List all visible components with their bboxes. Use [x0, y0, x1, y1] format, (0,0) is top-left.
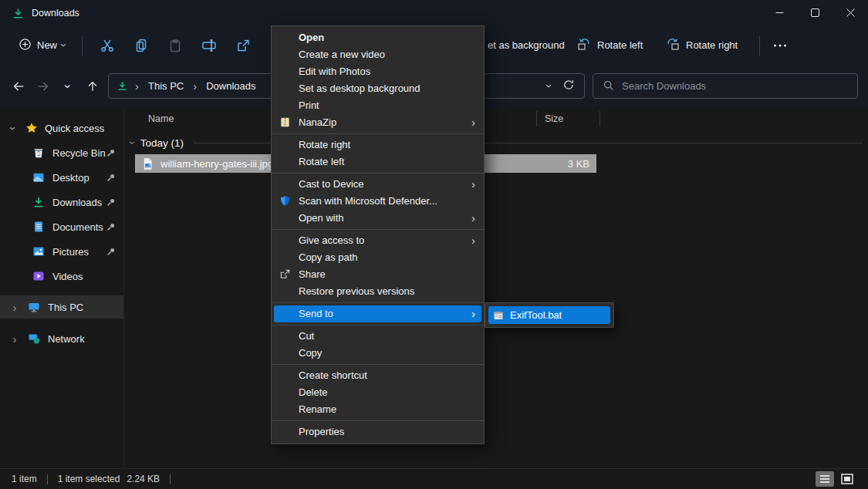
menu-item-properties[interactable]: Properties [272, 423, 484, 440]
more-options-button[interactable] [767, 25, 793, 65]
bat-file-icon [493, 310, 504, 321]
chevron-down-icon: › [62, 84, 74, 88]
thumbnail-view-icon [841, 474, 853, 484]
share-button[interactable] [226, 32, 260, 59]
downloads-folder-icon [12, 7, 24, 19]
plus-circle-icon [19, 38, 32, 53]
rotate-left-button[interactable]: Rotate left [576, 25, 643, 65]
address-dropdown-icon[interactable]: › [544, 84, 556, 88]
forward-button[interactable] [31, 74, 56, 99]
refresh-button[interactable] [562, 79, 575, 93]
menu-item-create-a-new-video[interactable]: Create a new video [272, 46, 484, 63]
group-collapse-icon[interactable]: › [127, 141, 138, 145]
group-header-today[interactable]: › Today (1) [131, 135, 863, 150]
sidebar-item-pictures[interactable]: Pictures [0, 239, 123, 264]
menu-separator [272, 302, 484, 303]
file-size: 3 KB [568, 158, 589, 170]
set-as-background-button[interactable]: et as background [488, 25, 565, 65]
minimize-button[interactable] [762, 0, 797, 25]
sidebar-item-videos[interactable]: Videos [0, 264, 123, 288]
menu-item-cut[interactable]: Cut [272, 328, 484, 345]
send-to-submenu: ExifTool.bat [485, 302, 614, 328]
chevron-down-icon[interactable]: › [8, 123, 19, 133]
details-view-button[interactable] [816, 471, 834, 487]
share-icon [235, 38, 251, 53]
nav-arrows: › [6, 65, 105, 107]
menu-separator [272, 133, 484, 134]
column-separator[interactable] [599, 111, 600, 126]
sidebar-item-label: Documents [52, 221, 103, 233]
menu-separator [272, 229, 484, 230]
menu-item-set-as-desktop-background[interactable]: Set as desktop background [272, 80, 484, 97]
menu-item-delete[interactable]: Delete [272, 384, 484, 401]
menu-item-cast-to-device[interactable]: Cast to Device› [272, 176, 484, 193]
column-separator[interactable] [536, 111, 537, 126]
breadcrumb-downloads[interactable]: Downloads [203, 79, 258, 93]
menu-item-share[interactable]: Share [272, 266, 484, 283]
menu-item-give-access-to[interactable]: Give access to› [272, 232, 484, 249]
search-box[interactable] [593, 73, 858, 99]
set-as-background-label: et as background [488, 39, 565, 51]
menu-item-rename[interactable]: Rename [272, 401, 484, 418]
search-input[interactable] [622, 80, 848, 92]
recent-locations-button[interactable]: › [56, 74, 80, 99]
maximize-button[interactable] [797, 0, 833, 25]
menu-item-open[interactable]: Open [272, 29, 484, 46]
pin-icon [106, 148, 116, 160]
recycle-bin-icon [32, 147, 45, 159]
window-title: Downloads [32, 8, 79, 19]
new-button[interactable]: New › [11, 32, 74, 59]
menu-item-rotate-right[interactable]: Rotate right [272, 137, 484, 153]
copy-button[interactable] [124, 32, 158, 59]
sidebar-item-quick-access[interactable]: › Quick access [0, 116, 123, 140]
sidebar-item-this-pc[interactable]: › This PC [0, 295, 123, 319]
paste-icon [167, 38, 183, 53]
sidebar-item-documents[interactable]: Documents [0, 214, 123, 239]
menu-item-create-shortcut[interactable]: Create shortcut [272, 367, 484, 384]
menu-item-print[interactable]: Print [272, 97, 484, 114]
menu-separator [272, 364, 484, 365]
chevron-right-icon[interactable]: › [9, 333, 20, 345]
new-button-label: New [37, 39, 57, 51]
menu-item-copy-as-path[interactable]: Copy as path [272, 249, 484, 266]
sidebar-item-desktop[interactable]: Desktop [0, 165, 123, 190]
rotate-right-button[interactable]: Rotate right [665, 25, 738, 65]
this-pc-icon [28, 301, 40, 313]
menu-item-copy[interactable]: Copy [272, 345, 484, 362]
sidebar-item-network[interactable]: › Network [0, 327, 123, 350]
column-header-name[interactable]: Name [148, 107, 174, 130]
menu-item-restore-previous-versions[interactable]: Restore previous versions [272, 283, 484, 300]
menu-item-scan-with-defender[interactable]: Scan with Microsoft Defender... [272, 193, 484, 210]
file-list: Name Size › Today (1) william-henry-gate… [124, 107, 868, 468]
sidebar-item-downloads[interactable]: Downloads [0, 190, 123, 214]
sidebar-item-recycle-bin[interactable]: Recycle Bin [0, 140, 123, 165]
view-toggles [816, 471, 856, 487]
cut-button[interactable] [90, 32, 124, 59]
chevron-right-icon[interactable]: › [9, 302, 20, 313]
thumbnail-view-button[interactable] [838, 471, 856, 487]
submenu-arrow-icon: › [471, 210, 475, 226]
pin-icon [106, 173, 116, 184]
window-controls [762, 0, 868, 25]
back-button[interactable] [6, 74, 31, 99]
menu-separator [272, 420, 484, 421]
status-divider [47, 474, 48, 484]
network-icon [28, 332, 40, 345]
breadcrumb-this-pc[interactable]: This PC [145, 79, 187, 93]
up-button[interactable] [80, 74, 105, 99]
rename-button[interactable] [192, 32, 226, 59]
submenu-arrow-icon: › [471, 232, 475, 248]
search-icon [603, 79, 614, 93]
menu-item-edit-with-photos[interactable]: Edit with Photos [272, 63, 484, 80]
menu-item-send-to[interactable]: Send to› [274, 305, 481, 322]
menu-item-open-with[interactable]: Open with› [272, 210, 484, 227]
column-header-size[interactable]: Size [545, 107, 563, 130]
paste-button[interactable] [158, 32, 192, 59]
breadcrumb-chevron-icon: › [135, 80, 139, 92]
submenu-item-exiftool-bat[interactable]: ExifTool.bat [488, 306, 610, 324]
menu-item-nanazip[interactable]: NanaZip› [272, 114, 484, 131]
menu-item-rotate-left[interactable]: Rotate left [272, 153, 484, 170]
close-button[interactable] [833, 0, 868, 25]
status-divider [170, 474, 171, 484]
star-icon [25, 122, 38, 134]
